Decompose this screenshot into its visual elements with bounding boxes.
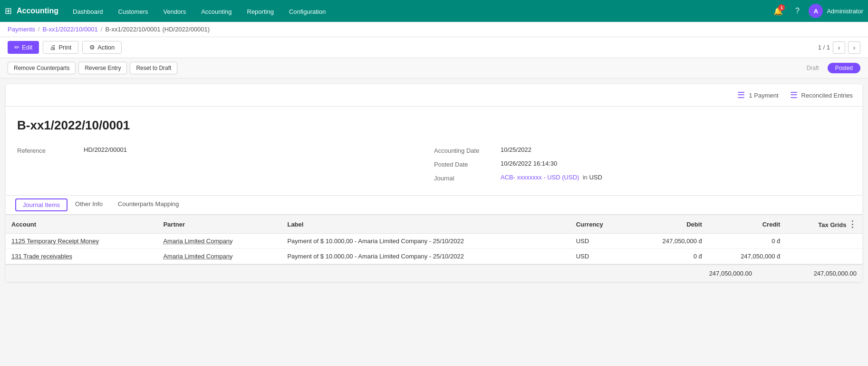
reconciled-stat-icon: ☰ [790,90,798,100]
action-label: Action [97,44,115,51]
nav-customers[interactable]: Customers [112,0,155,22]
remove-counterparts-button[interactable]: Remove Counterparts [8,62,76,74]
posted-date-value: 10/26/2022 16:14:30 [501,160,557,167]
breadcrumb-b-xx1[interactable]: B-xx1/2022/10/0001 [42,26,97,33]
tax-grids-more-icon[interactable]: ⋮ [848,219,857,229]
tabs-bar: Journal Items Other Info Counterparts Ma… [6,195,862,215]
reconciled-stat[interactable]: ☰ Reconciled Entries [790,90,853,100]
nav-reporting[interactable]: Reporting [241,0,280,22]
field-left-col: Reference HD/2022/00001 [17,146,434,188]
reference-label: Reference [17,146,84,154]
top-navigation: ⊞ Accounting Dashboard Customers Vendors… [0,0,868,22]
status-posted[interactable]: Posted [828,63,860,73]
posted-date-field: Posted Date 10/26/2022 16:14:30 [434,160,851,168]
status-pills: Draft Posted [799,63,860,73]
cell-account-2[interactable]: 131 Trade receivables [6,249,157,264]
col-header-debit: Debit [629,215,708,234]
accounting-date-field: Accounting Date 10/25/2022 [434,146,851,154]
footer-credit-total: 247,050,000.00 [790,270,857,277]
help-button[interactable]: ? [790,3,805,19]
col-header-label: Label [281,215,570,234]
table-row: 131 Trade receivables Amaria Limited Com… [6,249,862,264]
reference-field: Reference HD/2022/00001 [17,146,415,154]
cell-tax-grids-1 [786,234,862,249]
prev-record-button[interactable]: ‹ [833,41,845,54]
cell-currency-2: USD [570,249,630,264]
field-right-col: Accounting Date 10/25/2022 Posted Date 1… [434,146,851,188]
journal-table: Account Partner Label Currency Debit Cre… [6,215,862,264]
tab-other-info[interactable]: Other Info [68,196,110,215]
journal-value: ACB- xxxxxxxx - USD (USD) in USD [501,174,602,181]
avatar[interactable]: A [809,4,823,18]
record-section: B-xx1/2022/10/0001 Reference HD/2022/000… [6,107,862,195]
breadcrumb-sep-1: / [38,26,40,33]
cell-credit-2: 247,050,000 đ [708,249,786,264]
print-icon: 🖨 [50,44,56,51]
notification-badge: 1 [778,4,785,11]
table-footer: 247,050,000.00 247,050,000.00 [6,264,862,282]
journal-currency: USD [589,174,602,181]
stats-bar: ☰ 1 Payment ☰ Reconciled Entries [6,84,862,107]
cell-currency-1: USD [570,234,630,249]
gear-icon: ⚙ [89,44,95,51]
table-row: 1125 Temporary Receipt Money Amaria Limi… [6,234,862,249]
action-bar: Remove Counterparts Reverse Entry Reset … [0,58,868,79]
col-header-account: Account [6,215,157,234]
admin-name[interactable]: Administrator [827,8,863,15]
cell-tax-grids-2 [786,249,862,264]
app-grid-icon[interactable]: ⊞ [5,6,12,16]
notification-button[interactable]: 🔔 1 [771,3,786,19]
nav-vendors[interactable]: Vendors [156,0,193,22]
edit-button[interactable]: ✏ Edit [8,41,39,54]
cell-debit-1: 247,050,000 đ [629,234,708,249]
posted-date-label: Posted Date [434,160,501,168]
cell-label-1: Payment of $ 10.000,00 - Amaria Limited … [281,234,570,249]
nav-dashboard[interactable]: Dashboard [66,0,110,22]
pagination-text: 1 / 1 [818,44,830,51]
breadcrumb: Payments / B-xx1/2022/10/0001 / B-xx1/20… [0,22,868,37]
status-draft[interactable]: Draft [799,63,827,73]
breadcrumb-current: B-xx1/2022/10/0001 (HD/2022/00001) [105,26,210,33]
edit-label: Edit [22,44,32,51]
footer-debit-total: 247,050,000.00 [685,270,752,277]
col-header-currency: Currency [570,215,630,234]
payment-stat-icon: ☰ [737,90,745,100]
next-record-button[interactable]: › [848,41,860,54]
edit-pencil-icon: ✏ [14,44,19,51]
journal-table-container: Account Partner Label Currency Debit Cre… [6,215,862,282]
accounting-date-label: Accounting Date [434,146,501,154]
action-button[interactable]: ⚙ Action [82,41,122,54]
toolbar-right: 1 / 1 ‹ › [818,41,860,54]
reset-to-draft-button[interactable]: Reset to Draft [130,62,177,74]
cell-debit-2: 0 đ [629,249,708,264]
cell-partner-2[interactable]: Amaria Limited Company [157,249,281,264]
record-title: B-xx1/2022/10/0001 [17,118,851,133]
payment-count: 1 Payment [749,92,778,99]
reconciled-label: Reconciled Entries [801,92,853,99]
nav-configuration[interactable]: Configuration [282,0,332,22]
col-header-tax-grids: Tax Grids ⋮ [786,215,862,234]
col-header-partner: Partner [157,215,281,234]
cell-account-1[interactable]: 1125 Temporary Receipt Money [6,234,157,249]
breadcrumb-sep-2: / [101,26,103,33]
journal-field: Journal ACB- xxxxxxxx - USD (USD) in USD [434,174,851,182]
journal-label: Journal [434,174,501,182]
reverse-entry-button[interactable]: Reverse Entry [78,62,127,74]
print-button[interactable]: 🖨 Print [43,41,78,54]
nav-accounting[interactable]: Accounting [194,0,238,22]
table-header-row: Account Partner Label Currency Debit Cre… [6,215,862,234]
cell-partner-1[interactable]: Amaria Limited Company [157,234,281,249]
cell-credit-1: 0 đ [708,234,786,249]
record-fields: Reference HD/2022/00001 Accounting Date … [17,146,851,188]
journal-in: in [583,174,588,181]
print-label: Print [58,44,71,51]
app-name[interactable]: Accounting [17,7,58,15]
toolbar: ✏ Edit 🖨 Print ⚙ Action 1 / 1 ‹ › [0,37,868,58]
tab-counterparts-mapping[interactable]: Counterparts Mapping [110,196,187,215]
payment-stat[interactable]: ☰ 1 Payment [737,90,778,100]
col-header-credit: Credit [708,215,786,234]
journal-link[interactable]: ACB- xxxxxxxx - USD (USD) [501,174,579,181]
breadcrumb-payments[interactable]: Payments [8,26,35,33]
main-content: ☰ 1 Payment ☰ Reconciled Entries B-xx1/2… [6,84,862,282]
tab-journal-items[interactable]: Journal Items [15,198,68,211]
